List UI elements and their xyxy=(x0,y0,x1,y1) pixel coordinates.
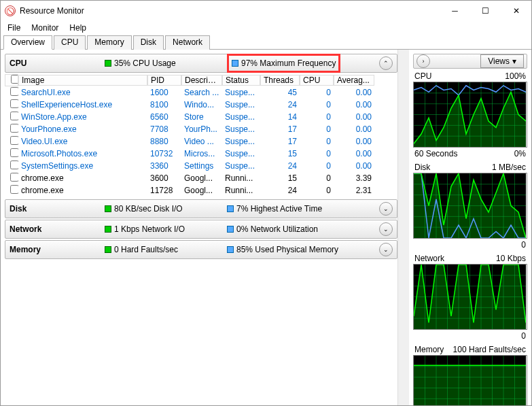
views-button[interactable]: Views▾ xyxy=(480,54,524,68)
cell-cpu: 0 xyxy=(300,137,334,146)
tab-disk[interactable]: Disk xyxy=(133,35,164,50)
window-title: Resource Monitor xyxy=(20,6,440,16)
row-checkbox[interactable] xyxy=(10,148,18,157)
col-image[interactable]: Image xyxy=(18,75,147,86)
row-checkbox[interactable] xyxy=(10,136,18,145)
cell-threads: 45 xyxy=(260,88,300,97)
menu-file[interactable]: File xyxy=(6,22,22,33)
blue-square-icon xyxy=(227,226,234,233)
table-row[interactable]: SystemSettings.exe3360SettingsSuspe...24… xyxy=(5,160,397,172)
green-square-icon xyxy=(105,60,111,67)
table-row[interactable]: YourPhone.exe7708YourPh...Suspe...1700.0… xyxy=(5,123,397,135)
disk-metric-1: 80 KB/sec Disk I/O xyxy=(114,204,183,214)
tab-overview[interactable]: Overview xyxy=(3,35,52,50)
table-row[interactable]: chrome.exe3600Googl...Runni...1503.39 xyxy=(5,172,397,184)
cell-pid: 7708 xyxy=(147,124,181,134)
cell-threads: 17 xyxy=(260,137,300,146)
table-row[interactable]: Microsoft.Photos.exe10732Micros...Suspe.… xyxy=(5,148,397,160)
select-all-checkbox[interactable] xyxy=(11,75,18,84)
expand-button[interactable]: ⌄ xyxy=(379,202,393,216)
network-metric-1: 1 Kbps Network I/O xyxy=(114,224,185,234)
cpu-usage-text: 35% CPU Usage xyxy=(114,58,176,68)
graph-panel-toolbar: › Views▾ xyxy=(413,54,527,69)
maximize-button[interactable]: ☐ xyxy=(470,1,501,21)
graph-panel: Network10 Kbps0 xyxy=(413,254,527,341)
row-checkbox[interactable] xyxy=(10,87,18,96)
cell-cpu: 0 xyxy=(300,149,334,158)
row-checkbox[interactable] xyxy=(10,160,18,169)
green-square-icon xyxy=(105,205,111,212)
collapse-graphs-button[interactable]: › xyxy=(416,54,430,68)
tab-network[interactable]: Network xyxy=(165,35,210,50)
row-checkbox[interactable] xyxy=(10,173,18,182)
menubar: File Monitor Help xyxy=(1,21,531,35)
vertical-scrollbar[interactable] xyxy=(397,50,409,405)
tab-cpu[interactable]: CPU xyxy=(54,35,86,50)
close-button[interactable]: ✕ xyxy=(501,1,531,21)
graph-scale-bottom: 0% xyxy=(514,149,526,158)
collapse-button[interactable]: ⌃ xyxy=(379,56,393,70)
col-cpu[interactable]: CPU xyxy=(300,75,334,86)
cpu-section-title: CPU xyxy=(10,58,105,68)
col-average[interactable]: Averag... xyxy=(334,75,374,86)
dropdown-icon: ▾ xyxy=(512,56,516,66)
memory-section-header[interactable]: Memory 0 Hard Faults/sec 85% Used Physic… xyxy=(5,240,397,259)
col-pid[interactable]: PID xyxy=(147,75,181,86)
cpu-section-header[interactable]: CPU 35% CPU Usage 97% Maximum Frequency … xyxy=(5,54,397,73)
cell-avg: 0.00 xyxy=(334,88,374,97)
graph-plot xyxy=(413,264,527,330)
process-table-body: SearchUI.exe1600Search ...Suspe...4500.0… xyxy=(5,86,397,197)
table-row[interactable]: ShellExperienceHost.exe8100Windo...Suspe… xyxy=(5,99,397,111)
menu-help[interactable]: Help xyxy=(68,22,88,33)
cell-pid: 11728 xyxy=(147,186,181,195)
cell-desc: Googl... xyxy=(181,186,222,195)
graph-panel: Memory100 Hard Faults/sec xyxy=(413,345,527,405)
disk-section-header[interactable]: Disk 80 KB/sec Disk I/O 7% Highest Activ… xyxy=(5,199,397,218)
blue-square-icon xyxy=(232,60,238,67)
cell-threads: 17 xyxy=(260,124,300,134)
col-status[interactable]: Status xyxy=(222,75,260,86)
cell-avg: 0.00 xyxy=(334,161,374,171)
cell-desc: Micros... xyxy=(181,149,222,158)
minimize-button[interactable]: ─ xyxy=(440,1,470,21)
graph-panel: Disk1 MB/sec0 xyxy=(413,163,527,250)
cell-pid: 10732 xyxy=(147,149,181,158)
row-checkbox[interactable] xyxy=(10,112,18,120)
cell-pid: 3360 xyxy=(147,161,181,171)
network-section-header[interactable]: Network 1 Kbps Network I/O 0% Network Ut… xyxy=(5,220,397,239)
menu-monitor[interactable]: Monitor xyxy=(30,22,60,33)
tab-memory[interactable]: Memory xyxy=(87,35,131,50)
cell-pid: 8880 xyxy=(147,137,181,146)
row-checkbox[interactable] xyxy=(10,99,18,108)
table-row[interactable]: chrome.exe11728Googl...Runni...2402.31 xyxy=(5,184,397,197)
table-row[interactable]: Video.UI.exe8880Video ...Suspe...1700.00 xyxy=(5,135,397,148)
memory-section-title: Memory xyxy=(10,245,105,254)
cell-status: Suspe... xyxy=(222,88,260,97)
cell-status: Suspe... xyxy=(222,100,260,109)
expand-button[interactable]: ⌄ xyxy=(379,243,393,256)
cell-threads: 24 xyxy=(260,161,300,171)
table-row[interactable]: WinStore.App.exe6560StoreSuspe...1400.00 xyxy=(5,111,397,123)
cell-avg: 0.00 xyxy=(334,137,374,146)
col-threads[interactable]: Threads xyxy=(260,75,300,86)
network-metric-2: 0% Network Utilization xyxy=(236,224,318,234)
table-row[interactable]: SearchUI.exe1600Search ...Suspe...4500.0… xyxy=(5,86,397,99)
cell-threads: 24 xyxy=(260,186,300,195)
cell-desc: Googl... xyxy=(181,173,222,183)
cell-status: Suspe... xyxy=(222,124,260,134)
cell-threads: 15 xyxy=(260,149,300,158)
blue-square-icon xyxy=(227,246,234,253)
cell-avg: 0.00 xyxy=(334,100,374,109)
cell-threads: 14 xyxy=(260,112,300,122)
row-checkbox[interactable] xyxy=(10,185,18,194)
cell-status: Suspe... xyxy=(222,112,260,122)
tab-bar: Overview CPU Memory Disk Network xyxy=(1,35,531,50)
row-checkbox[interactable] xyxy=(10,124,18,133)
cell-cpu: 0 xyxy=(300,100,334,109)
green-square-icon xyxy=(105,226,111,233)
cell-cpu: 0 xyxy=(300,161,334,171)
cell-desc: Search ... xyxy=(181,88,222,97)
col-desc[interactable]: Descrip... xyxy=(181,75,222,86)
expand-button[interactable]: ⌄ xyxy=(379,222,393,236)
cell-status: Runni... xyxy=(222,186,260,195)
